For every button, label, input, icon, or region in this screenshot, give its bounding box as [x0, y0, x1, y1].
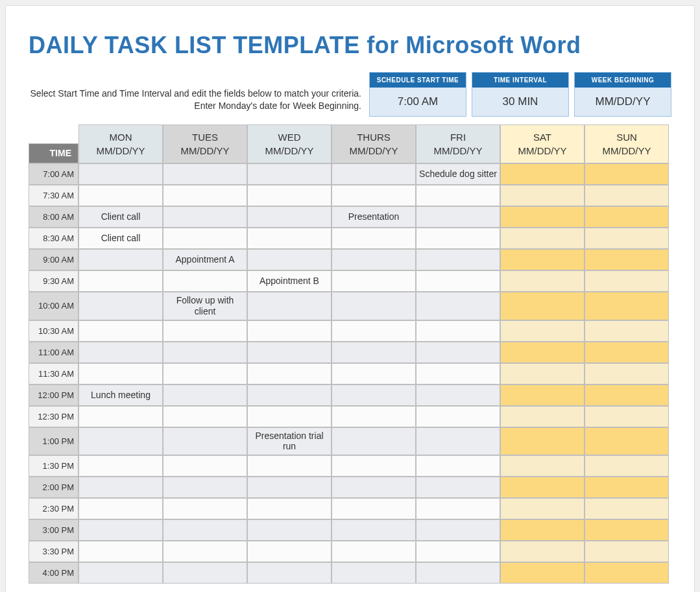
schedule-cell[interactable] — [78, 406, 163, 427]
schedule-cell[interactable] — [500, 342, 585, 363]
schedule-cell[interactable] — [500, 206, 585, 228]
schedule-cell[interactable] — [585, 185, 669, 206]
schedule-cell[interactable] — [500, 498, 585, 519]
schedule-cell[interactable] — [332, 477, 416, 498]
schedule-cell[interactable] — [416, 498, 500, 519]
day-header-thurs[interactable]: THURSMM/DD/YY — [332, 124, 416, 163]
schedule-cell[interactable] — [163, 427, 247, 456]
schedule-cell[interactable] — [585, 385, 669, 406]
schedule-cell[interactable] — [585, 206, 669, 228]
schedule-cell[interactable] — [500, 406, 585, 427]
schedule-cell[interactable] — [163, 163, 247, 185]
schedule-cell[interactable] — [332, 427, 416, 456]
schedule-cell[interactable] — [78, 292, 163, 320]
schedule-cell[interactable] — [585, 342, 669, 363]
param-start-time[interactable]: SCHEDULE START TIME 7:00 AM — [369, 72, 466, 117]
param-value[interactable]: MM/DD/YY — [575, 88, 671, 116]
schedule-cell[interactable] — [163, 270, 247, 292]
schedule-cell[interactable] — [416, 249, 500, 270]
schedule-cell[interactable] — [500, 427, 585, 456]
schedule-cell[interactable] — [416, 477, 500, 498]
schedule-cell[interactable] — [332, 228, 416, 249]
schedule-cell[interactable] — [416, 270, 500, 292]
schedule-cell[interactable] — [500, 320, 585, 342]
schedule-cell[interactable] — [500, 541, 585, 562]
schedule-cell[interactable] — [332, 406, 416, 427]
schedule-cell[interactable] — [78, 270, 163, 292]
schedule-cell[interactable] — [500, 249, 585, 270]
schedule-cell[interactable] — [163, 477, 247, 498]
schedule-cell[interactable] — [247, 385, 332, 406]
schedule-cell[interactable] — [247, 320, 332, 342]
schedule-cell[interactable] — [78, 455, 163, 477]
schedule-cell[interactable] — [247, 206, 332, 228]
param-value[interactable]: 30 MIN — [472, 88, 568, 116]
schedule-cell[interactable]: Lunch meeting — [78, 385, 163, 406]
schedule-cell[interactable] — [332, 185, 416, 206]
schedule-cell[interactable] — [416, 363, 500, 385]
schedule-cell[interactable] — [332, 320, 416, 342]
schedule-cell[interactable]: Appointment A — [163, 249, 247, 270]
schedule-cell[interactable] — [247, 249, 332, 270]
schedule-cell[interactable] — [332, 519, 416, 541]
schedule-cell[interactable] — [585, 363, 669, 385]
day-header-fri[interactable]: FRIMM/DD/YY — [416, 124, 500, 163]
schedule-cell[interactable] — [332, 163, 416, 185]
schedule-cell[interactable] — [78, 562, 163, 584]
schedule-cell[interactable] — [585, 541, 669, 562]
schedule-cell[interactable] — [585, 519, 669, 541]
schedule-cell[interactable] — [416, 385, 500, 406]
schedule-cell[interactable] — [585, 498, 669, 519]
schedule-cell[interactable] — [585, 163, 669, 185]
schedule-cell[interactable] — [78, 342, 163, 363]
schedule-cell[interactable]: Appointment B — [247, 270, 332, 292]
schedule-cell[interactable] — [585, 249, 669, 270]
schedule-cell[interactable] — [500, 163, 585, 185]
schedule-cell[interactable] — [332, 385, 416, 406]
schedule-cell[interactable] — [163, 185, 247, 206]
schedule-cell[interactable] — [78, 363, 163, 385]
schedule-cell[interactable] — [332, 541, 416, 562]
day-header-sat[interactable]: SATMM/DD/YY — [500, 124, 585, 163]
schedule-cell[interactable] — [416, 519, 500, 541]
schedule-cell[interactable] — [585, 562, 669, 584]
schedule-cell[interactable] — [332, 455, 416, 477]
schedule-cell[interactable] — [416, 185, 500, 206]
schedule-cell[interactable] — [247, 292, 332, 320]
schedule-cell[interactable] — [332, 498, 416, 519]
schedule-cell[interactable] — [416, 292, 500, 320]
schedule-cell[interactable]: Presentation trial run — [247, 427, 332, 456]
schedule-cell[interactable] — [585, 477, 669, 498]
schedule-cell[interactable] — [500, 519, 585, 541]
schedule-cell[interactable] — [332, 270, 416, 292]
schedule-cell[interactable] — [585, 320, 669, 342]
schedule-cell[interactable]: Client call — [78, 228, 163, 249]
schedule-cell[interactable] — [163, 455, 247, 477]
schedule-cell[interactable] — [585, 228, 669, 249]
schedule-cell[interactable] — [416, 541, 500, 562]
schedule-cell[interactable] — [247, 163, 332, 185]
schedule-cell[interactable] — [163, 228, 247, 249]
schedule-cell[interactable] — [585, 427, 669, 456]
schedule-cell[interactable] — [163, 206, 247, 228]
schedule-cell[interactable] — [78, 185, 163, 206]
schedule-cell[interactable] — [500, 185, 585, 206]
schedule-cell[interactable] — [247, 541, 332, 562]
schedule-cell[interactable] — [78, 427, 163, 456]
day-header-sun[interactable]: SUNMM/DD/YY — [585, 124, 669, 163]
schedule-cell[interactable] — [500, 270, 585, 292]
schedule-cell[interactable]: Follow up with client — [163, 292, 247, 320]
schedule-cell[interactable] — [78, 477, 163, 498]
schedule-cell[interactable] — [163, 363, 247, 385]
schedule-cell[interactable] — [500, 385, 585, 406]
schedule-cell[interactable] — [247, 228, 332, 249]
schedule-cell[interactable] — [416, 342, 500, 363]
schedule-cell[interactable] — [416, 455, 500, 477]
param-week-beginning[interactable]: WEEK BEGINNING MM/DD/YY — [574, 72, 671, 117]
schedule-cell[interactable] — [332, 292, 416, 320]
schedule-cell[interactable] — [585, 406, 669, 427]
schedule-cell[interactable] — [332, 249, 416, 270]
day-header-tues[interactable]: TUESMM/DD/YY — [163, 124, 247, 163]
schedule-cell[interactable] — [247, 342, 332, 363]
schedule-cell[interactable] — [78, 320, 163, 342]
